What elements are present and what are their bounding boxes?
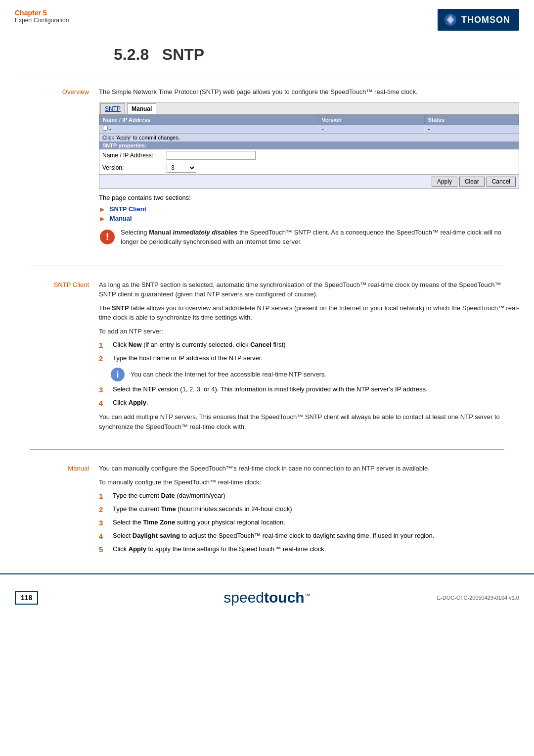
mstep-num-1: 1 [99, 491, 110, 501]
overview-text: The Simple Network Time Protocol (SNTP) … [99, 87, 519, 97]
logo-touch: touch [264, 589, 305, 606]
sntp-steps: 1 Click New (if an entry is currently se… [99, 340, 519, 408]
warning-icon: ! [99, 229, 116, 245]
svg-text:!: ! [106, 231, 109, 242]
sntp-buttons-row: Apply Clear Cancel [99, 174, 519, 189]
svg-text:i: i [116, 370, 119, 379]
step-1-text: Click New (if an entry is currently sele… [113, 340, 286, 350]
sntp-table: Name / IP Address Version Status - - - [99, 115, 519, 133]
mstep-3-text: Select the Time Zone suiting your physic… [113, 518, 285, 527]
logo-tm: ™ [305, 592, 311, 599]
manual-step-4: 4 Select Daylight saving to adjust the S… [99, 531, 519, 541]
mstep-2-text: Type the current Time (hour:minutes:seco… [113, 504, 292, 514]
manual-add-header: To manually configure the SpeedTouch™ re… [99, 477, 519, 487]
manual-step-3: 3 Select the Time Zone suiting your phys… [99, 518, 519, 528]
step-4-apply: Apply [129, 399, 146, 406]
info-text: You can check the Internet for free acce… [131, 370, 326, 379]
col-version: Version [319, 115, 425, 124]
mstep-3-tz: Time Zone [143, 519, 175, 526]
step-3: 3 Select the NTP version (1, 2, 3, or 4)… [99, 384, 519, 395]
bullet-sntp-client: ► SNTP Client [99, 205, 519, 213]
properties-header: SNTP properties: [99, 142, 519, 149]
chapter-info: Chapter 5 Expert Configuration [15, 9, 69, 24]
cancel-button[interactable]: Cancel [487, 177, 516, 187]
add-header: To add an NTP server: [99, 327, 519, 336]
sntp-client-para2: The SNTP table allows you to overview an… [99, 303, 519, 323]
sntp-client-body: As long as the SNTP section is selected,… [99, 280, 519, 436]
sntp-client-para1: As long as the SNTP section is selected,… [99, 280, 519, 299]
step-num-3: 3 [99, 384, 110, 395]
thomson-logo: THOMSON [438, 9, 519, 31]
overview-label: Overview [15, 87, 99, 252]
warning-text: Selecting Manual immediately disables th… [121, 228, 519, 247]
multi-para: You can add multiple NTP servers. This e… [99, 412, 519, 431]
step-1-new: New [129, 341, 142, 348]
sntp-client-section: SNTP Client As long as the SNTP section … [15, 275, 519, 441]
overview-section: Overview The Simple Network Time Protoco… [15, 82, 519, 257]
info-icon: i [110, 367, 126, 382]
bullet-manual: ► Manual [99, 215, 519, 223]
bullet-arrow-2: ► [99, 215, 106, 223]
mstep-5-text: Click Apply to apply the time settings t… [113, 544, 326, 554]
section-title: 5.2.8 SNTP [15, 31, 519, 64]
step-1-cancel: Cancel [250, 341, 271, 348]
info-box: i You can check the Internet for free ac… [110, 367, 519, 382]
mstep-num-4: 4 [99, 531, 110, 541]
page-number: 118 [15, 591, 38, 605]
mid-divider1 [30, 266, 504, 266]
manual-step-5: 5 Click Apply to apply the time settings… [99, 544, 519, 555]
step-num-1: 1 [99, 340, 110, 350]
mstep-num-5: 5 [99, 544, 110, 555]
mstep-num-3: 3 [99, 518, 110, 528]
cell-status: - [425, 124, 519, 133]
manual-para1: You can manually configure the SpeedTouc… [99, 464, 519, 473]
warning-bold1: Manual [149, 229, 173, 236]
mstep-5-apply: Apply [129, 545, 146, 553]
step-num-4: 4 [99, 398, 110, 408]
step-3-text: Select the NTP version (1, 2, 3, or 4). … [113, 384, 428, 394]
step-2-text: Type the host name or IP address of the … [113, 353, 263, 363]
col-status: Status [425, 115, 519, 124]
row-checkbox[interactable] [103, 126, 108, 131]
name-ip-input[interactable] [167, 151, 256, 160]
bullet-list: ► SNTP Client ► Manual [99, 205, 519, 223]
cell-name: - [100, 124, 319, 133]
manual-steps: 1 Type the current Date (day/month/year)… [99, 491, 519, 555]
manual-body: You can manually configure the SpeedTouc… [99, 464, 519, 559]
sntp-tab-manual[interactable]: Manual [127, 103, 156, 114]
apply-button[interactable]: Apply [432, 177, 457, 187]
chapter-title: Chapter 5 [15, 9, 69, 17]
top-divider [15, 73, 519, 73]
version-select[interactable]: 1 2 3 4 [167, 163, 196, 173]
clear-button[interactable]: Clear [459, 177, 485, 187]
doc-ref: E-DOC-CTC-20050429-0104 v1.0 [437, 595, 519, 601]
manual-label: Manual [15, 464, 99, 559]
mstep-2-time: Time [161, 505, 176, 513]
warning-italic-bold: immediately disables [173, 229, 238, 236]
mid-divider2 [30, 449, 504, 450]
mstep-num-2: 2 [99, 504, 110, 515]
mstep-1-text: Type the current Date (day/month/year) [113, 491, 225, 501]
cell-version: - [319, 124, 425, 133]
manual-link[interactable]: Manual [110, 215, 132, 222]
sntp-tab-sntp[interactable]: SNTP [100, 103, 125, 114]
version-label: Version: [102, 164, 167, 171]
step-4: 4 Click Apply. [99, 398, 519, 408]
step-2: 2 Type the host name or IP address of th… [99, 353, 519, 364]
mstep-1-date: Date [161, 492, 175, 499]
sntp-client-link[interactable]: SNTP Client [110, 205, 146, 213]
page-footer: 118 speedtouch™ E-DOC-CTC-20050429-0104 … [0, 573, 534, 616]
main-content: Overview The Simple Network Time Protoco… [0, 82, 534, 564]
step-num-2: 2 [99, 353, 110, 364]
sntp-tabs: SNTP Manual [99, 102, 519, 115]
col-name-ip: Name / IP Address [100, 115, 319, 124]
name-ip-label: Name / IP Address: [102, 152, 167, 159]
sntp-ui-box: SNTP Manual Name / IP Address Version St… [99, 102, 519, 189]
warning-box: ! Selecting Manual immediately disables … [99, 228, 519, 247]
mstep-4-ds: Daylight saving [133, 532, 180, 539]
page-header: Chapter 5 Expert Configuration THOMSON [0, 0, 534, 31]
table-row[interactable]: - - - [100, 124, 519, 133]
step-1: 1 Click New (if an entry is currently se… [99, 340, 519, 350]
mstep-4-text: Select Daylight saving to adjust the Spe… [113, 531, 434, 541]
thomson-logo-icon [444, 13, 457, 27]
